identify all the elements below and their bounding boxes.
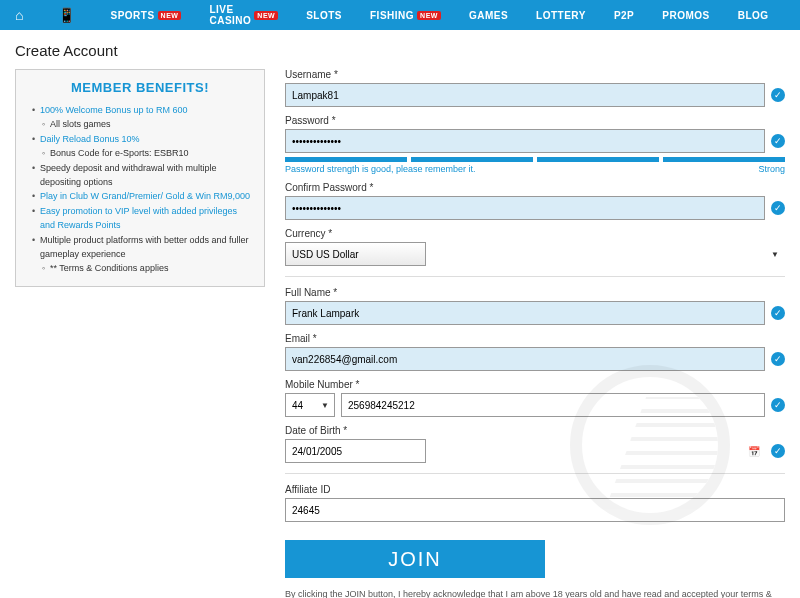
field-password: Password * ✓ Password strength is good, … <box>285 115 785 174</box>
field-confirm-password: Confirm Password * ✓ <box>285 182 785 220</box>
field-currency: Currency * <box>285 228 785 266</box>
benefit-item: Bonus Code for e-Sports: ESBR10 <box>32 146 252 160</box>
affiliate-label: Affiliate ID <box>285 484 785 495</box>
nav-lottery[interactable]: LOTTERY <box>536 10 586 21</box>
mobile-label: Mobile Number * <box>285 379 785 390</box>
field-username: Username * ✓ <box>285 69 785 107</box>
new-badge: NEW <box>417 11 441 20</box>
check-icon: ✓ <box>771 134 785 148</box>
field-affiliate: Affiliate ID <box>285 484 785 522</box>
benefit-item[interactable]: Easy promotion to VIP level with added p… <box>32 204 252 233</box>
nav-promos[interactable]: PROMOS <box>662 10 709 21</box>
password-strength-bar <box>285 157 785 162</box>
check-icon: ✓ <box>771 398 785 412</box>
confirm-password-label: Confirm Password * <box>285 182 785 193</box>
benefit-item[interactable]: 100% Welcome Bonus up to RM 600 <box>32 103 252 117</box>
dob-label: Date of Birth * <box>285 425 785 436</box>
country-code-select[interactable] <box>285 393 335 417</box>
check-icon: ✓ <box>771 306 785 320</box>
nav-fishing[interactable]: FISHINGNEW <box>370 10 441 21</box>
divider <box>285 276 785 277</box>
username-input[interactable] <box>285 83 765 107</box>
calendar-icon[interactable]: 📅 <box>748 446 760 457</box>
join-button[interactable]: JOIN <box>285 540 545 578</box>
field-mobile: Mobile Number * ✓ <box>285 379 785 417</box>
benefit-item: All slots games <box>32 117 252 131</box>
check-icon: ✓ <box>771 88 785 102</box>
email-label: Email * <box>285 333 785 344</box>
top-navigation: ⌂ 📱 SPORTSNEW LIVE CASINONEW SLOTS FISHI… <box>0 0 800 30</box>
currency-label: Currency * <box>285 228 785 239</box>
dob-input[interactable] <box>285 439 426 463</box>
mobile-icon[interactable]: 📱 <box>58 7 75 23</box>
new-badge: NEW <box>158 11 182 20</box>
benefit-item: Multiple product platforms with better o… <box>32 233 252 262</box>
currency-select[interactable] <box>285 242 426 266</box>
check-icon: ✓ <box>771 352 785 366</box>
nav-blog[interactable]: BLOG <box>738 10 769 21</box>
password-strength-text: Password strength is good, please rememb… <box>285 164 785 174</box>
benefits-title: MEMBER BENEFITS! <box>28 80 252 95</box>
nav-p2p[interactable]: P2P <box>614 10 634 21</box>
email-input[interactable] <box>285 347 765 371</box>
username-label: Username * <box>285 69 785 80</box>
fullname-input[interactable] <box>285 301 765 325</box>
field-dob: Date of Birth * 📅 ✓ <box>285 425 785 463</box>
benefit-item[interactable]: Play in Club W Grand/Premier/ Gold & Win… <box>32 189 252 203</box>
confirm-password-input[interactable] <box>285 196 765 220</box>
disclaimer-text: By clicking the JOIN button, I hereby ac… <box>285 588 785 598</box>
divider <box>285 473 785 474</box>
benefits-list: 100% Welcome Bonus up to RM 600 All slot… <box>28 103 252 276</box>
nav-games[interactable]: GAMES <box>469 10 508 21</box>
benefit-item: Speedy deposit and withdrawal with multi… <box>32 161 252 190</box>
benefits-box: MEMBER BENEFITS! 100% Welcome Bonus up t… <box>15 69 265 287</box>
page-title: Create Account <box>15 42 785 59</box>
new-badge: NEW <box>254 11 278 20</box>
check-icon: ✓ <box>771 201 785 215</box>
nav-sports[interactable]: SPORTSNEW <box>110 10 181 21</box>
nav-live-casino[interactable]: LIVE CASINONEW <box>209 4 278 26</box>
password-label: Password * <box>285 115 785 126</box>
benefit-item: ** Terms & Conditions applies <box>32 261 252 275</box>
password-input[interactable] <box>285 129 765 153</box>
check-icon: ✓ <box>771 444 785 458</box>
field-fullname: Full Name * ✓ <box>285 287 785 325</box>
nav-slots[interactable]: SLOTS <box>306 10 342 21</box>
home-icon[interactable]: ⌂ <box>15 7 23 23</box>
sidebar: MEMBER BENEFITS! 100% Welcome Bonus up t… <box>15 69 265 598</box>
field-email: Email * ✓ <box>285 333 785 371</box>
benefit-item[interactable]: Daily Reload Bonus 10% <box>32 132 252 146</box>
mobile-input[interactable] <box>341 393 765 417</box>
fullname-label: Full Name * <box>285 287 785 298</box>
registration-form: Username * ✓ Password * ✓ Password stren… <box>285 69 785 598</box>
affiliate-input[interactable] <box>285 498 785 522</box>
